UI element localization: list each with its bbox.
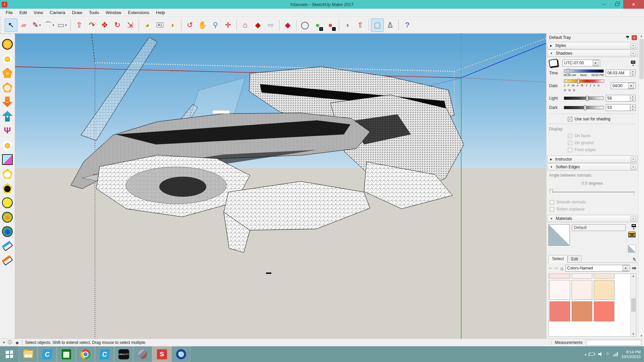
select-brush-invert-button[interactable] <box>1 181 14 195</box>
share-model-icon[interactable]: ⇨ <box>264 18 277 32</box>
geolocation-icon[interactable]: ⌖ <box>3 340 5 345</box>
timezone-dropdown[interactable]: UTC-07:00 ▼ <box>562 60 600 66</box>
use-sun-checkbox[interactable]: ✓ <box>568 117 572 121</box>
artisan-sun-button[interactable] <box>1 37 14 51</box>
orbit-tool-icon[interactable]: ↺ <box>183 18 196 32</box>
scroll-down-icon[interactable]: ▼ <box>632 333 635 336</box>
hard-eraser-button[interactable] <box>1 253 14 267</box>
restore-button[interactable] <box>610 0 623 9</box>
3d-warehouse-icon[interactable]: ⌂ <box>239 18 252 32</box>
chevron-down-icon[interactable]: ▾ <box>39 23 41 27</box>
chevron-down-icon[interactable]: ▼ <box>593 60 598 66</box>
chevron-down-icon[interactable]: ▾ <box>53 23 54 27</box>
rectangle-tool-icon[interactable]: ▭▾ <box>56 18 68 32</box>
pushpull-tool-icon[interactable]: ⇧ <box>73 18 86 32</box>
menu-extensions[interactable]: Extensions <box>125 9 153 16</box>
menu-draw[interactable]: Draw <box>69 9 85 16</box>
forward-arrow-icon[interactable]: ⇨ <box>554 265 558 271</box>
mirror-symmetry-button[interactable] <box>1 153 14 166</box>
soft-eraser-button[interactable] <box>1 239 14 253</box>
from-edges-checkbox[interactable] <box>568 148 572 152</box>
light-slider-thumb[interactable] <box>586 96 588 101</box>
styles-section-header[interactable]: ▶ Styles × <box>547 42 638 49</box>
creality-print-button[interactable]: CREALITY <box>114 346 133 362</box>
round-cube-tool-icon[interactable]: ▢ <box>371 18 384 32</box>
hidden-icons-caret[interactable]: ▴ <box>585 352 586 356</box>
action-center-flag-icon[interactable]: ⚐ <box>606 352 610 357</box>
arc-tool-icon[interactable]: ⌒▾ <box>43 18 56 32</box>
subdivide-selected-button[interactable] <box>1 66 14 80</box>
solid-shell-tool-icon[interactable]: ⇧ <box>354 18 367 32</box>
home-icon[interactable]: ⌂ <box>560 265 563 271</box>
styles-close-button[interactable]: × <box>631 43 636 48</box>
extension-warehouse-icon[interactable]: ◆ <box>252 18 264 32</box>
meshmixer-button[interactable] <box>133 346 152 362</box>
materials-section-header[interactable]: ▼ Materials × <box>547 215 638 222</box>
angle-slider[interactable] <box>550 189 635 195</box>
tray-scrollbar[interactable]: ▲ ▼ <box>638 34 644 339</box>
details-arrow-icon[interactable]: ⇨ <box>632 265 636 271</box>
chevron-down-icon[interactable]: ▼ <box>628 83 634 89</box>
eraser-tool-icon[interactable]: ▰ <box>17 18 30 32</box>
date-slider[interactable] <box>564 79 604 83</box>
measurements-input[interactable] <box>586 340 641 346</box>
material-swatch[interactable] <box>572 274 592 279</box>
material-swatch[interactable] <box>549 280 570 300</box>
material-name-field[interactable]: Default <box>572 224 626 231</box>
light-input[interactable]: 58 <box>606 95 630 102</box>
pin-icon[interactable] <box>626 35 630 40</box>
line-tool-icon[interactable]: ✎▾ <box>30 18 43 32</box>
dark-spinner[interactable]: ▲▼ <box>630 104 636 111</box>
cura-slicer-button[interactable]: C <box>95 346 114 362</box>
date-input[interactable]: 04/30 ▼ <box>611 82 636 89</box>
select-tool-icon[interactable]: ↖ <box>5 18 17 32</box>
reduce-polygons-button[interactable]: − <box>1 95 14 109</box>
materials-close-button[interactable]: × <box>631 216 636 221</box>
tray-scrollbar-thumb[interactable] <box>639 39 644 79</box>
network-signal-icon[interactable] <box>613 352 618 356</box>
material-swatch[interactable] <box>572 280 592 300</box>
taskbar-clock[interactable]: 8:14 PM 10/13/2023 <box>621 350 641 359</box>
soften-edges-section-header[interactable]: ▼ Soften Edges × <box>547 163 638 171</box>
select-brush-button[interactable] <box>1 167 14 181</box>
tab-edit[interactable]: Edit <box>568 255 582 262</box>
menu-file[interactable]: File <box>3 9 16 16</box>
date-slider-thumb[interactable] <box>577 79 580 84</box>
eyedropper-icon[interactable]: ✐ <box>631 257 638 262</box>
file-explorer-button[interactable] <box>18 346 38 362</box>
material-swatch[interactable] <box>594 274 614 279</box>
toggle-shadows-icon[interactable] <box>549 59 558 67</box>
zoom-extents-tool-icon[interactable]: ✛ <box>222 18 234 32</box>
followme-tool-icon[interactable]: ↷ <box>86 18 98 32</box>
chevron-down-icon[interactable]: ▾ <box>65 23 67 27</box>
dark-slider[interactable] <box>564 106 604 109</box>
collection-dropdown[interactable]: Colors-Named ▼ <box>566 265 630 272</box>
material-swatch[interactable] <box>549 274 570 279</box>
menu-help[interactable]: Help <box>153 9 168 16</box>
tray-close-button[interactable]: × <box>632 35 637 40</box>
sync-app-button[interactable]: ↻ <box>171 346 191 362</box>
pan-tool-icon[interactable]: ✋ <box>196 18 209 32</box>
subdivide-smooth-button[interactable] <box>1 52 14 65</box>
light-spinner[interactable]: ▲▼ <box>630 95 636 102</box>
create-material-icon[interactable]: ⊕ <box>628 232 636 238</box>
on-ground-checkbox[interactable]: ✓ <box>568 141 572 145</box>
menu-view[interactable]: View <box>31 9 46 16</box>
menu-tools[interactable]: Tools <box>86 9 102 16</box>
time-slider[interactable] <box>564 69 604 73</box>
calculator-button[interactable]: ▦ <box>57 346 76 362</box>
start-button[interactable] <box>0 346 18 362</box>
detail-toggle-icon[interactable]: ▲ <box>631 61 636 66</box>
zoom-tool-icon[interactable]: ⚲ <box>209 18 222 32</box>
rotate-tool-icon[interactable]: ↻ <box>111 18 124 32</box>
sketchucation-gem-icon[interactable]: ◆ <box>281 18 294 32</box>
solid-subtract-tool-icon[interactable]: ●− <box>324 18 337 32</box>
sketchup-button[interactable]: S <box>152 346 171 362</box>
material-swatch[interactable] <box>549 301 570 321</box>
soften-coplanar-checkbox[interactable] <box>550 207 554 212</box>
on-faces-checkbox[interactable]: ✓ <box>568 134 572 138</box>
instructor-close-button[interactable]: × <box>631 157 636 162</box>
paint-bucket-tool-icon[interactable]: ◗ <box>166 18 179 32</box>
text-tool-icon[interactable]: A1 <box>154 18 166 32</box>
scale-tool-icon[interactable]: ⇲ <box>124 18 137 32</box>
